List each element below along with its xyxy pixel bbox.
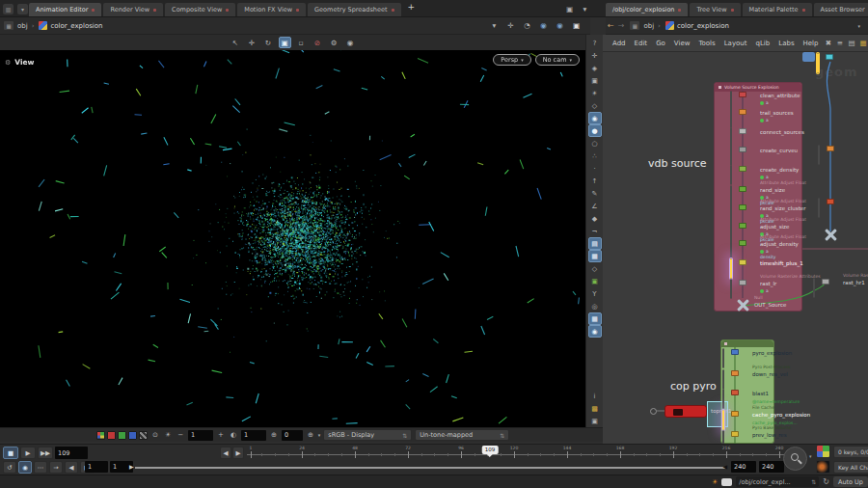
- node-body[interactable]: [722, 430, 724, 444]
- follow-playhead-icon[interactable]: →: [49, 461, 63, 474]
- contrast-field[interactable]: 1: [241, 430, 266, 441]
- angle-snap-icon[interactable]: ∠: [588, 200, 602, 212]
- grid-display-icon[interactable]: ▤: [588, 237, 602, 250]
- maximize-pane-icon[interactable]: ▣: [563, 3, 576, 14]
- camera-selector[interactable]: No cam▾: [535, 54, 580, 66]
- tab-geometry-spreadsheet[interactable]: Geometry Spreadsheet: [308, 3, 400, 16]
- split-view-icon[interactable]: Y: [588, 287, 602, 300]
- keys-summary-button[interactable]: 0 keys, 0/0 chan: [833, 446, 868, 458]
- node-body[interactable]: [730, 108, 732, 128]
- message-glow-icon[interactable]: ☀: [712, 478, 718, 486]
- node-create-curveu[interactable]: create_curveu: [730, 147, 732, 165]
- move-tool-icon[interactable]: ✛: [246, 37, 258, 48]
- camera-icon[interactable]: ◉: [554, 20, 566, 32]
- image-plane-icon[interactable]: ▦: [588, 250, 602, 262]
- loop-mode-icon[interactable]: ↺: [3, 461, 16, 474]
- realtime-toggle-icon[interactable]: ◉: [18, 461, 32, 474]
- node-topnet1[interactable]: [665, 405, 707, 418]
- parameters-icon[interactable]: ▤: [847, 38, 857, 49]
- node-body[interactable]: [722, 389, 724, 409]
- offset-field[interactable]: 0: [282, 430, 303, 441]
- color-palette-icon[interactable]: ▩: [588, 402, 602, 415]
- node-body[interactable]: [730, 146, 732, 166]
- node-body[interactable]: [730, 165, 732, 185]
- pane-menu-icon[interactable]: ▥: [3, 4, 14, 14]
- tab-marker-icon[interactable]: [678, 9, 681, 12]
- node-body[interactable]: [722, 410, 724, 430]
- frame-all-icon[interactable]: ▣: [570, 20, 583, 32]
- node-unlabeled[interactable]: [818, 146, 820, 164]
- tab-composite-view[interactable]: Composite View: [165, 3, 235, 16]
- path-history-icon[interactable]: ▾: [488, 20, 501, 32]
- refresh-icon[interactable]: ↻: [823, 477, 829, 486]
- snapshot-icon[interactable]: ◉: [537, 20, 550, 32]
- node-body[interactable]: [730, 279, 732, 299]
- tab-tree-view[interactable]: Tree View: [690, 3, 740, 16]
- go-to-end-button[interactable]: ▶▶: [38, 447, 53, 459]
- range-slider-start-handle[interactable]: ▶: [129, 463, 134, 470]
- viewport-canvas[interactable]: [0, 50, 585, 427]
- contrast-icon[interactable]: ◐: [229, 431, 238, 439]
- menu-go[interactable]: Go: [652, 40, 669, 47]
- menu-add[interactable]: Add: [609, 40, 630, 47]
- green-channel-swatch[interactable]: [118, 431, 126, 440]
- prev-frame-button[interactable]: ◀: [220, 447, 231, 459]
- render-region-icon[interactable]: ◉: [344, 37, 357, 48]
- tab-obj-color-explosion[interactable]: /obj/color_explosion: [606, 3, 688, 16]
- rotate-tool-icon[interactable]: ↻: [262, 37, 275, 48]
- scene-viewport[interactable]: ⚙ View Persp▾ No cam▾: [0, 50, 585, 427]
- headlight-icon[interactable]: ◉: [588, 325, 602, 338]
- tab-marker-icon[interactable]: [731, 9, 734, 12]
- auto-update-select[interactable]: Auto Up: [833, 476, 868, 487]
- breadcrumb-root[interactable]: obj: [641, 22, 656, 30]
- range-slider[interactable]: ▶◀: [135, 467, 725, 469]
- breadcrumb-root[interactable]: obj: [15, 22, 30, 30]
- menu-help[interactable]: Help: [800, 40, 823, 47]
- breadcrumb-node[interactable]: color_explosion: [50, 22, 102, 30]
- node-rast-hr1[interactable]: Volume Rasterize At... rast_hr1: [813, 279, 815, 297]
- node-prev-low-res[interactable]: Pyro Bake Volumeprev_low_res: [722, 431, 724, 444]
- smooth-shading-icon[interactable]: ●: [588, 124, 602, 137]
- pane-icons[interactable]: ▥▾: [0, 0, 29, 16]
- annotate-icon[interactable]: ✎: [588, 187, 602, 200]
- stop-button[interactable]: ■: [3, 447, 18, 459]
- lock-camera-icon[interactable]: ▣: [588, 74, 602, 87]
- node-trail-sources[interactable]: trail_sourcesa: [730, 109, 732, 127]
- gamma-minus-button[interactable]: −: [176, 431, 185, 439]
- tab-marker-icon[interactable]: [296, 9, 299, 12]
- lamp-icon[interactable]: ◉: [588, 112, 602, 124]
- node-rast-lr[interactable]: Volume Rasterize Attributesrast_lra: [730, 280, 732, 298]
- nav-back-icon[interactable]: ←: [606, 21, 616, 30]
- alpha-channel-swatch[interactable]: [139, 431, 148, 440]
- node-body[interactable]: [730, 185, 732, 205]
- gamma-plus-button[interactable]: +: [216, 431, 226, 439]
- menu-view[interactable]: View: [670, 40, 694, 47]
- node-input-ring[interactable]: [650, 408, 657, 415]
- tab-marker-icon[interactable]: [392, 9, 394, 12]
- node-timeshift-plus-1[interactable]: timeshift_plus_1: [730, 259, 732, 278]
- background-image-icon[interactable]: ▦: [588, 312, 602, 325]
- global-start-field[interactable]: 1: [85, 461, 108, 473]
- first-person-icon[interactable]: ▫: [295, 37, 308, 48]
- node-connect-sources[interactable]: connect_sources: [730, 128, 732, 147]
- next-frame-button[interactable]: ▶: [232, 447, 244, 459]
- node-body[interactable]: [730, 258, 732, 279]
- menu-edit[interactable]: Edit: [631, 40, 652, 47]
- normals-icon[interactable]: ↑: [588, 175, 602, 187]
- status-path-select[interactable]: /obj/color_expl...⇅: [736, 476, 819, 487]
- ruler-icon[interactable]: ¬: [588, 225, 602, 237]
- node-body[interactable]: [730, 239, 732, 259]
- gear-icon[interactable]: ⚙: [5, 59, 11, 67]
- build-tools-icon[interactable]: ✖: [824, 38, 834, 49]
- node-body[interactable]: [730, 127, 732, 148]
- group-display-icon[interactable]: ▣: [588, 275, 602, 287]
- help-icon[interactable]: ?: [588, 37, 602, 49]
- tab-marker-icon[interactable]: [226, 9, 229, 12]
- blue-channel-swatch[interactable]: [128, 431, 137, 440]
- pivot-icon[interactable]: ◆: [588, 212, 602, 225]
- tab-motion-fx-view[interactable]: Motion FX View: [237, 3, 306, 16]
- handles-display-icon[interactable]: ◇: [588, 262, 602, 275]
- node-geometry-selected[interactable]: [817, 54, 819, 72]
- offset-icon[interactable]: ⊕: [269, 431, 279, 439]
- particle-display-icon[interactable]: ·: [588, 162, 602, 175]
